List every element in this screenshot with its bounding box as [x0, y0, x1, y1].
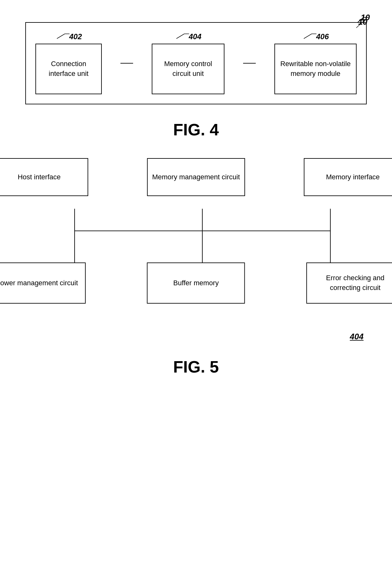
fig5-host-interface-block: Host interface: [0, 158, 88, 196]
fig4-inner: 402 Connection interface unit: [35, 32, 357, 94]
svg-line-6: [304, 34, 312, 39]
fig4-outer-box: 402 Connection interface unit: [25, 22, 367, 104]
fig4-block-406-label: 406: [316, 32, 329, 41]
fig4-connector-1: [120, 63, 133, 64]
fig5-buffer-memory-text: Buffer memory: [173, 278, 219, 288]
fig4-section: 10 402 Connection inte: [19, 22, 373, 139]
fig4-rewritable-memory-text: Rewritable non-volatile memory module: [279, 59, 352, 79]
svg-line-4: [176, 34, 184, 39]
fig5-memory-interface-text: Memory interface: [326, 172, 380, 182]
fig4-memory-control-block: Memory control circuit unit: [152, 44, 224, 94]
fig4-memory-control-text: Memory control circuit unit: [156, 59, 220, 79]
fig5-memory-interface-block: Memory interface: [304, 158, 392, 196]
svg-line-2: [57, 34, 65, 39]
fig5-section: 504 Host interface 502 Memory management…: [19, 158, 373, 376]
fig5-power-management-text: Power management circuit: [0, 278, 78, 288]
fig5-error-checking-block: Error checking and correcting circuit: [306, 262, 392, 304]
fig5-caption: FIG. 5: [19, 357, 373, 376]
page-container: 10 402 Connection inte: [0, 0, 392, 408]
fig5-memory-management-text: Memory management circuit: [152, 172, 240, 182]
fig4-rewritable-memory-block: Rewritable non-volatile memory module: [274, 44, 357, 94]
fig5-host-interface-text: Host interface: [18, 172, 61, 182]
fig5-error-checking-text: Error checking and correcting circuit: [310, 273, 392, 293]
fig4-connection-interface-text: Connection interface unit: [40, 59, 97, 79]
fig5-buffer-memory-block: Buffer memory: [147, 262, 245, 304]
fig4-block-402-label: 402: [69, 32, 82, 41]
fig5-memory-management-block: Memory management circuit: [147, 158, 245, 196]
fig5-bottom-ref: 404: [350, 332, 364, 341]
fig4-block-404-label: 404: [189, 32, 201, 41]
fig4-connector-2: [243, 63, 256, 64]
fig4-caption: FIG. 4: [19, 120, 373, 139]
fig5-power-management-block: Power management circuit: [0, 262, 86, 304]
fig4-outer-ref-10: 10: [358, 17, 367, 27]
fig5-diagram: 504 Host interface 502 Memory management…: [19, 158, 373, 342]
fig4-connection-interface-block: Connection interface unit: [35, 44, 102, 94]
